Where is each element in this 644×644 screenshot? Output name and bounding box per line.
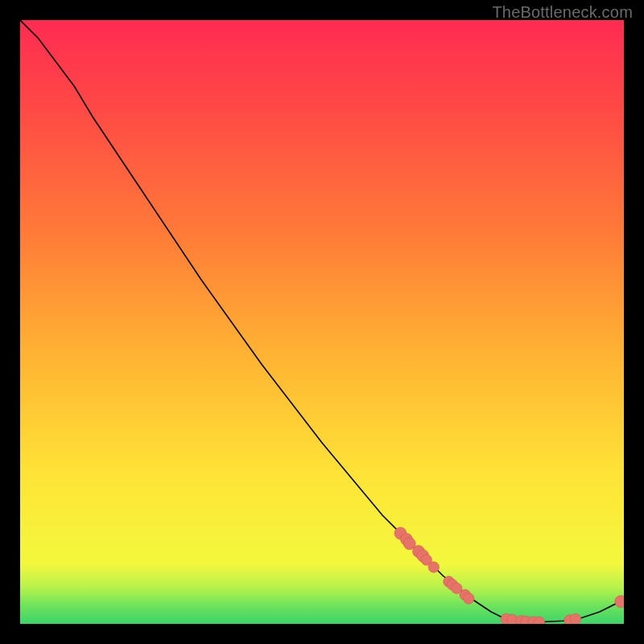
data-point-marker [570, 613, 581, 624]
chart-plot-area [20, 20, 624, 624]
data-point-marker [428, 562, 440, 573]
chart-svg [20, 20, 624, 624]
data-point-marker [464, 593, 475, 605]
watermark-text: TheBottleneck.com [492, 3, 633, 22]
chart-background-gradient [20, 20, 624, 624]
